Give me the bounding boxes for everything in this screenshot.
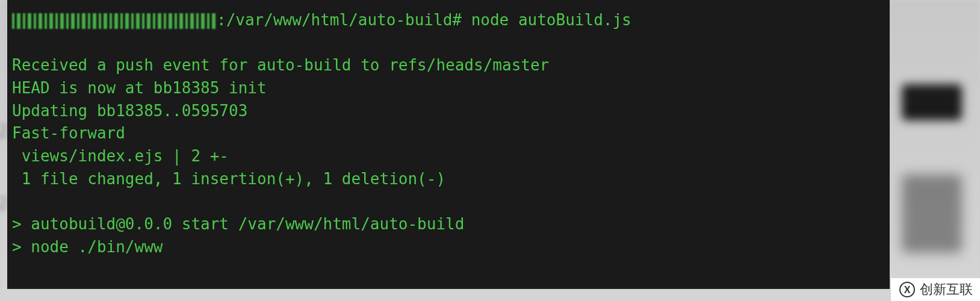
terminal-line: Received a push event for auto-build to … xyxy=(12,56,549,74)
terminal-line: HEAD is now at bb18385 init xyxy=(12,79,267,97)
bg-shape xyxy=(902,84,962,120)
terminal-content: :/var/www/html/auto-build# node autoBuil… xyxy=(12,9,885,259)
terminal-line: > autobuild@0.0.0 start /var/www/html/au… xyxy=(12,215,464,233)
terminal-line: 1 file changed, 1 insertion(+), 1 deleti… xyxy=(12,170,445,188)
terminal-line: > node ./bin/www xyxy=(12,238,163,256)
terminal-prompt: :/var/www/html/auto-build# node autoBuil… xyxy=(217,11,631,29)
terminal-line: Fast-forward xyxy=(12,124,125,142)
obscured-host xyxy=(12,13,217,29)
terminal-line: Updating bb18385..0595703 xyxy=(12,102,247,120)
watermark-logo-icon: X xyxy=(898,281,916,299)
svg-text:X: X xyxy=(904,285,911,295)
bg-shape xyxy=(902,175,962,253)
watermark-text: 创新互联 xyxy=(920,281,973,299)
terminal-line: views/index.ejs | 2 +- xyxy=(12,147,229,165)
terminal-window[interactable]: :/var/www/html/auto-build# node autoBuil… xyxy=(7,0,890,289)
watermark: X 创新互联 xyxy=(891,278,980,301)
